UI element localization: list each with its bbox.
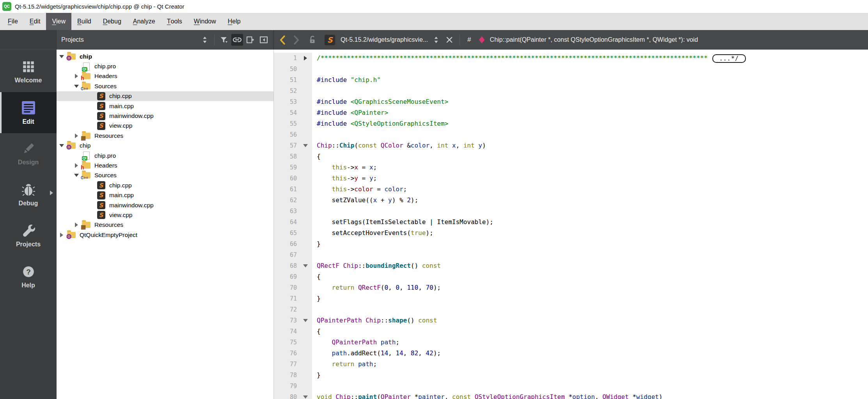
tree-item-main-cpp[interactable]: Smain.cpp	[57, 101, 273, 111]
tree-item-main-cpp[interactable]: Smain.cpp	[57, 190, 273, 200]
code-line-63[interactable]: 63	[274, 206, 868, 217]
tree-item-view-cpp[interactable]: Sview.cpp	[57, 121, 273, 131]
close-document-icon[interactable]	[444, 34, 454, 45]
tree-item-chip-pro[interactable]: Qtchip.pro	[57, 151, 273, 160]
code-line-76[interactable]: 76 path.addRect(14, 14, 82, 42);	[274, 348, 868, 359]
code-line-text[interactable]: Chip::Chip(const QColor &color, int x, i…	[312, 140, 486, 151]
code-line-59[interactable]: 59 this->x = x;	[274, 162, 868, 173]
collapsed-arrow-icon[interactable]	[72, 223, 81, 227]
code-line-57[interactable]: 57Chip::Chip(const QColor &color, int x,…	[274, 140, 868, 151]
code-line-text[interactable]	[312, 64, 317, 75]
fold-open-icon[interactable]	[298, 392, 312, 399]
code-line-80[interactable]: 80void Chip::paint(QPainter *painter, co…	[274, 392, 868, 399]
sort-updown-icon[interactable]	[199, 34, 211, 46]
code-line-62[interactable]: 62 setZValue((x + y) % 2);	[274, 195, 868, 206]
code-line-text[interactable]	[312, 86, 317, 96]
code-line-text[interactable]: path.addRect(14, 14, 82, 42);	[312, 348, 441, 359]
document-spinner-icon[interactable]	[431, 34, 441, 45]
code-line-56[interactable]: 56	[274, 129, 868, 140]
code-line-text[interactable]	[312, 206, 317, 217]
code-line-text[interactable]: this->color = color;	[312, 184, 407, 195]
code-line-text[interactable]	[312, 129, 317, 140]
open-document-dropdown[interactable]: Qt-5.15.2/widgets/graphicsvie...	[341, 36, 428, 43]
debug-flyout-arrow-icon[interactable]	[50, 191, 53, 195]
code-line-79[interactable]: 79	[274, 381, 868, 392]
mode-help[interactable]: ?Help	[0, 256, 57, 297]
fold-open-icon[interactable]	[298, 140, 312, 151]
code-line-text[interactable]: this->x = x;	[312, 162, 377, 173]
code-line-53[interactable]: 53#include <QGraphicsSceneMouseEvent>	[274, 96, 868, 107]
collapsed-arrow-icon[interactable]	[72, 163, 81, 168]
expanded-arrow-icon[interactable]	[57, 144, 66, 147]
tree-item-chip-pro[interactable]: Qtchip.pro	[57, 61, 273, 71]
menu-file[interactable]: File	[2, 13, 24, 30]
tree-item-headers[interactable]: hHeaders	[57, 160, 273, 170]
code-line-text[interactable]: }	[312, 239, 321, 249]
collapsed-arrow-icon[interactable]	[72, 74, 81, 78]
close-panel-icon[interactable]	[258, 34, 270, 46]
go-forward-icon[interactable]	[291, 34, 301, 45]
tree-item-resources[interactable]: ▦Resources	[57, 220, 273, 230]
code-line-77[interactable]: 77 return path;	[274, 359, 868, 370]
code-line-1[interactable]: 1/**************************************…	[274, 53, 868, 64]
collapsed-arrow-icon[interactable]	[72, 134, 81, 138]
menu-build[interactable]: Build	[71, 13, 97, 30]
code-line-51[interactable]: 51#include "chip.h"	[274, 75, 868, 86]
code-line-text[interactable]: /***************************************…	[312, 53, 746, 64]
folded-comment-placeholder[interactable]: ...*/	[712, 54, 746, 63]
code-line-text[interactable]: QRectF Chip::boundingRect() const	[312, 260, 441, 271]
link-icon[interactable]	[231, 34, 243, 46]
code-line-72[interactable]: 72	[274, 304, 868, 315]
code-line-78[interactable]: 78}	[274, 370, 868, 381]
code-line-52[interactable]: 52	[274, 86, 868, 96]
code-line-68[interactable]: 68QRectF Chip::boundingRect() const	[274, 260, 868, 271]
split-icon[interactable]	[245, 34, 256, 46]
menu-window[interactable]: Window	[188, 13, 222, 30]
code-line-text[interactable]: {	[312, 151, 321, 162]
code-line-text[interactable]: setFlags(ItemIsSelectable | ItemIsMovabl…	[312, 217, 493, 228]
code-line-text[interactable]: #include <QStyleOptionGraphicsItem>	[312, 118, 448, 129]
code-line-text[interactable]: {	[312, 271, 321, 282]
code-line-text[interactable]: #include <QPainter>	[312, 107, 388, 118]
code-line-text[interactable]: {	[312, 326, 321, 337]
code-line-67[interactable]: 67	[274, 249, 868, 260]
code-line-text[interactable]: return QRectF(0, 0, 110, 70);	[312, 282, 441, 293]
code-line-text[interactable]	[312, 381, 317, 392]
mode-projects[interactable]: Projects	[0, 215, 57, 256]
code-line-65[interactable]: 65 setAcceptHoverEvents(true);	[274, 228, 868, 239]
tree-item-headers[interactable]: hHeaders	[57, 71, 273, 81]
tree-item-view-cpp[interactable]: Sview.cpp	[57, 210, 273, 220]
code-line-71[interactable]: 71}	[274, 293, 868, 304]
tree-item-sources[interactable]: C++Sources	[57, 81, 273, 91]
tree-item-chip-cpp[interactable]: Schip.cpp	[57, 180, 273, 190]
expanded-arrow-icon[interactable]	[57, 55, 66, 58]
code-line-64[interactable]: 64 setFlags(ItemIsSelectable | ItemIsMov…	[274, 217, 868, 228]
expanded-arrow-icon[interactable]	[72, 85, 81, 88]
code-line-55[interactable]: 55#include <QStyleOptionGraphicsItem>	[274, 118, 868, 129]
tree-item-resources[interactable]: ▦Resources	[57, 131, 273, 141]
code-line-text[interactable]	[312, 304, 317, 315]
code-line-text[interactable]: QPainterPath Chip::shape() const	[312, 315, 437, 326]
code-line-text[interactable]: setAcceptHoverEvents(true);	[312, 228, 433, 239]
code-line-66[interactable]: 66}	[274, 239, 868, 249]
code-line-73[interactable]: 73QPainterPath Chip::shape() const	[274, 315, 868, 326]
code-line-74[interactable]: 74{	[274, 326, 868, 337]
code-line-70[interactable]: 70 return QRectF(0, 0, 110, 70);	[274, 282, 868, 293]
fold-open-icon[interactable]	[298, 315, 312, 326]
code-line-text[interactable]	[312, 249, 317, 260]
code-line-text[interactable]: #include <QGraphicsSceneMouseEvent>	[312, 96, 448, 107]
current-symbol-dropdown[interactable]: Chip::paint(QPainter *, const QStyleOpti…	[490, 36, 698, 43]
menu-analyze[interactable]: Analyze	[127, 13, 161, 30]
menu-help[interactable]: Help	[222, 13, 247, 30]
code-editor[interactable]: 1/**************************************…	[274, 50, 868, 399]
tree-item-mainwindow-cpp[interactable]: Smainwindow.cpp	[57, 200, 273, 210]
code-line-text[interactable]: QPainterPath path;	[312, 337, 399, 348]
code-line-61[interactable]: 61 this->color = color;	[274, 184, 868, 195]
mode-welcome[interactable]: Welcome	[0, 51, 57, 92]
tree-item-chip-cpp[interactable]: Schip.cpp	[57, 91, 273, 101]
menu-debug[interactable]: Debug	[97, 13, 127, 30]
mode-debug[interactable]: Debug	[0, 174, 57, 215]
menu-view[interactable]: View	[46, 13, 71, 30]
fold-collapsed-icon[interactable]	[298, 53, 312, 64]
tree-item-qtquickemptyproject[interactable]: ⚙QtQuickEmptyProject	[57, 230, 273, 240]
